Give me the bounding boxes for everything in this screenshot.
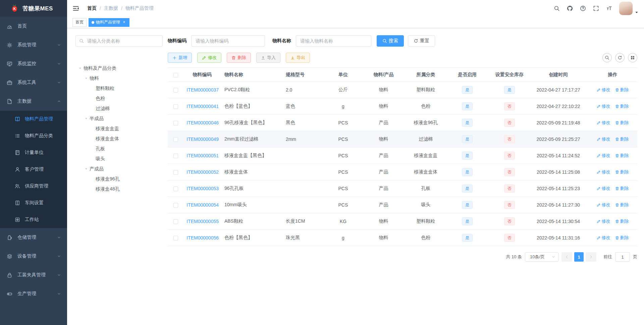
sidebar-subitem-2[interactable]: 计量单位 (0, 144, 67, 161)
tree-expand-icon[interactable] (83, 76, 90, 81)
reset-button[interactable]: 重置 (408, 35, 435, 47)
sidebar-item-1[interactable]: 系统管理 (0, 36, 67, 54)
row-checkbox[interactable] (173, 137, 178, 142)
table-columns-button[interactable] (628, 53, 637, 62)
tree-node-1[interactable]: 物料 (75, 73, 163, 84)
tree-node-10[interactable]: 产成品 (75, 164, 163, 174)
edit-button[interactable]: 修改 (197, 53, 221, 63)
avatar[interactable] (619, 2, 633, 15)
page-size-select[interactable]: 10条/页 (525, 252, 558, 262)
sidebar-item-7[interactable]: 工装夹具管理 (0, 266, 67, 284)
row-edit-button[interactable]: 修改 (597, 202, 610, 208)
tree-node-11[interactable]: 移液盒96孔 (75, 174, 163, 184)
material-code-link[interactable]: ITEM00000056 (186, 235, 219, 240)
material-code-link[interactable]: ITEM00000046 (186, 120, 219, 125)
row-delete-button[interactable]: 删除 (615, 103, 629, 109)
page-number-1[interactable]: 1 (574, 252, 584, 262)
tree-expand-icon[interactable] (77, 66, 84, 71)
row-checkbox[interactable] (173, 88, 178, 93)
breadcrumb-item-2[interactable]: 物料产品管理 (125, 5, 154, 11)
row-edit-button[interactable]: 修改 (597, 185, 610, 192)
row-delete-button[interactable]: 删除 (615, 202, 629, 208)
row-delete-button[interactable]: 删除 (615, 120, 629, 126)
close-icon[interactable]: × (122, 20, 126, 25)
sidebar-item-0[interactable]: 首页 (0, 17, 67, 36)
material-code-link[interactable]: ITEM00000049 (186, 137, 219, 142)
sidebar-item-2[interactable]: 系统监控 (0, 54, 67, 73)
prev-page-button[interactable] (561, 252, 572, 262)
row-delete-button[interactable]: 删除 (615, 136, 629, 142)
github-icon[interactable] (567, 5, 573, 11)
brand[interactable]: K 苦糖果MES (0, 0, 67, 17)
tree-node-4[interactable]: 过滤棉 (75, 104, 163, 114)
row-edit-button[interactable]: 修改 (597, 136, 610, 142)
tree-node-12[interactable]: 移液盒48孔 (75, 184, 163, 194)
sidebar-item-3[interactable]: 系统工具 (0, 73, 67, 92)
sidebar-subitem-6[interactable]: 工作站 (0, 211, 67, 228)
tree-node-3[interactable]: 色粉 (75, 94, 163, 104)
tree-node-2[interactable]: 塑料颗粒 (75, 84, 163, 94)
material-code-input[interactable] (191, 35, 265, 47)
row-delete-button[interactable]: 删除 (615, 153, 629, 159)
table-refresh-button[interactable] (615, 53, 625, 62)
row-edit-button[interactable]: 修改 (597, 235, 610, 241)
import-button[interactable]: 导入 (256, 53, 280, 63)
sidebar-item-6[interactable]: 设备管理 (0, 247, 67, 266)
row-edit-button[interactable]: 修改 (597, 87, 610, 93)
tree-node-6[interactable]: 移液盒盒盖 (75, 124, 163, 134)
search-icon[interactable] (554, 5, 560, 11)
hamburger-icon[interactable] (72, 5, 79, 12)
sidebar-subitem-5[interactable]: 车间设置 (0, 195, 67, 211)
row-edit-button[interactable]: 修改 (597, 120, 610, 126)
tree-node-8[interactable]: 孔板 (75, 144, 163, 154)
export-button[interactable]: 导出 (286, 53, 310, 63)
select-all-checkbox[interactable] (173, 73, 178, 77)
next-page-button[interactable] (586, 252, 596, 262)
tree-expand-icon[interactable] (83, 167, 90, 171)
material-name-input[interactable] (296, 35, 371, 47)
row-checkbox[interactable] (173, 170, 178, 175)
sidebar-item-4[interactable]: 主数据 (0, 92, 67, 111)
row-checkbox[interactable] (173, 203, 178, 208)
row-edit-button[interactable]: 修改 (597, 153, 610, 159)
material-code-link[interactable]: ITEM00000051 (186, 153, 219, 158)
tree-expand-icon[interactable] (83, 116, 90, 121)
goto-page-input[interactable] (615, 252, 630, 262)
font-size-icon[interactable] (606, 5, 612, 11)
sidebar-subitem-4[interactable]: 供应商管理 (0, 178, 67, 195)
fullscreen-icon[interactable] (593, 5, 599, 11)
row-checkbox[interactable] (173, 154, 178, 158)
tree-node-0[interactable]: 物料及产品分类 (75, 63, 163, 73)
row-edit-button[interactable]: 修改 (597, 103, 610, 109)
tab-1[interactable]: 物料产品管理× (89, 18, 129, 27)
tree-node-7[interactable]: 移液盒盒体 (75, 134, 163, 144)
row-delete-button[interactable]: 删除 (615, 169, 629, 175)
breadcrumb-item-1[interactable]: 主数据 (104, 5, 118, 11)
search-button[interactable]: 搜索 (377, 35, 404, 47)
row-checkbox[interactable] (173, 186, 178, 191)
delete-button[interactable]: 删除 (227, 53, 251, 63)
row-delete-button[interactable]: 删除 (615, 87, 629, 93)
sidebar-subitem-3[interactable]: 客户管理 (0, 161, 67, 178)
material-code-link[interactable]: ITEM00000053 (186, 186, 219, 191)
material-code-link[interactable]: ITEM00000041 (186, 104, 219, 109)
category-search-input[interactable] (87, 38, 159, 44)
add-button[interactable]: 新增 (168, 53, 192, 63)
row-checkbox[interactable] (173, 236, 178, 240)
tree-node-5[interactable]: 半成品 (75, 114, 163, 124)
row-edit-button[interactable]: 修改 (597, 169, 610, 175)
tab-0[interactable]: 首页 (72, 18, 87, 27)
sidebar-subitem-1[interactable]: 物料产品分类 (0, 127, 67, 144)
material-code-link[interactable]: ITEM00000037 (186, 87, 219, 93)
help-icon[interactable] (580, 5, 586, 11)
sidebar-item-5[interactable]: 仓储管理 (0, 228, 67, 247)
row-checkbox[interactable] (173, 121, 178, 125)
row-checkbox[interactable] (173, 219, 178, 224)
material-code-link[interactable]: ITEM00000055 (186, 219, 219, 224)
sidebar-item-8[interactable]: 生产管理 (0, 284, 67, 303)
row-checkbox[interactable] (173, 104, 178, 109)
table-search-button[interactable] (602, 53, 612, 62)
user-menu[interactable] (619, 2, 639, 15)
row-delete-button[interactable]: 删除 (615, 185, 629, 192)
material-code-link[interactable]: ITEM00000054 (186, 202, 219, 208)
